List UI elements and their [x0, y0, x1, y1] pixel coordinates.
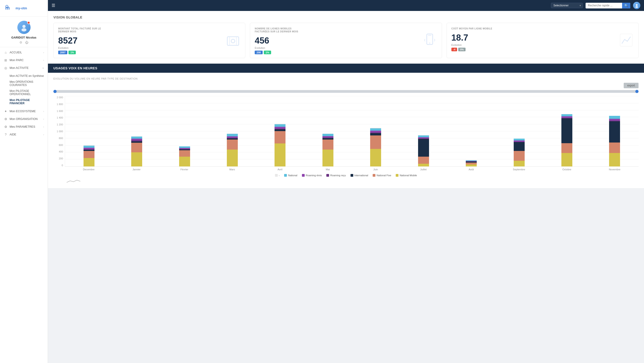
chart-slider[interactable]	[54, 90, 638, 93]
nav: ⌂ ACCUEIL › ⊞ Mon PARC › ◎ Mon ACTIVITE …	[0, 47, 48, 363]
kpi-value-lignes: 456	[255, 36, 437, 46]
sidebar-item-operations[interactable]: Mes OPERATIONS COURANTES	[10, 79, 48, 88]
sidebar-item-parametres[interactable]: ⚙ Mes PARAMETRES ›	[0, 123, 48, 131]
bar-segment-nat_fixe	[179, 150, 190, 157]
menu-icon[interactable]: ☰	[52, 3, 55, 8]
chevron-down-icon: ∨	[42, 67, 44, 69]
topbar-select[interactable]: Selectionner	[551, 3, 583, 8]
legend-label: Roaming émis	[306, 174, 322, 177]
stacked-bar-mars	[227, 96, 238, 166]
circle-icon: ◎	[4, 66, 8, 70]
export-button[interactable]: export	[624, 83, 638, 88]
param-icon: ⚙	[4, 125, 8, 129]
bar-segment-nat_fixe	[274, 131, 286, 143]
bar-segment-nat_mobile	[274, 143, 286, 166]
kpi-badges-montant: 2897 1%	[58, 51, 240, 54]
y-label-600: 600	[54, 144, 63, 146]
y-label-1000: 1 000	[54, 130, 63, 133]
bars-row	[65, 96, 638, 167]
y-label-1600: 1 600	[54, 110, 63, 112]
bar-segment-international	[418, 139, 429, 157]
y-axis: 0 200 400 600 800 1 000 1 200 1 400 1 60…	[54, 96, 65, 167]
bar-segment-nat_mobile	[562, 153, 572, 166]
sidebar-item-activite-synthese[interactable]: Mon ACTIVITE en Synthèse	[10, 73, 48, 79]
y-label-0: 0	[54, 164, 63, 167]
stacked-bar-decembre	[84, 96, 94, 166]
money-icon	[225, 32, 241, 49]
bar-group-mars	[208, 96, 256, 166]
legend-dot	[275, 174, 278, 177]
bar-segment-roaming_emis	[131, 139, 142, 140]
badge-cout-2: 0%	[458, 48, 466, 51]
sidebar-item-parc[interactable]: ⊞ Mon PARC ›	[0, 56, 48, 64]
stacked-bar-avril	[274, 96, 286, 166]
sidebar: m my-otm GARIDOT Nicolas ⚙ ⏻ ⌂	[0, 0, 48, 363]
bar-segment-nat_mobile	[514, 161, 525, 166]
bar-segment-national	[418, 135, 429, 137]
bar-group-août	[447, 96, 495, 166]
chart-toolbar: export	[54, 83, 638, 88]
sidebar-logo: m my-otm	[0, 0, 48, 17]
bar-segment-national	[274, 124, 286, 127]
topbar-avatar[interactable]	[633, 2, 640, 9]
svg-point-11	[429, 42, 430, 44]
stacked-bar-septembre	[514, 96, 525, 166]
bar-group-juillet	[400, 96, 447, 166]
stacked-bar-février	[179, 96, 190, 166]
search-input[interactable]	[586, 3, 622, 8]
svg-rect-6	[227, 37, 239, 45]
power-icon[interactable]: ⏻	[25, 40, 28, 44]
search-button[interactable]: 🔍	[622, 3, 630, 8]
kpi-value-cout: 18.7	[452, 33, 634, 43]
sidebar-item-pilotage-fin[interactable]: Mon PILOTAGE FINANCIER	[10, 97, 48, 106]
x-label-février: Février	[160, 168, 208, 171]
x-label-decembre: Decembre	[65, 168, 113, 171]
avatar-wrap	[17, 21, 30, 34]
sidebar-item-pilotage-op[interactable]: Mon PILOTAGE OPERATIONNEL	[10, 88, 48, 97]
chevron-icon: ›	[43, 59, 44, 61]
help-icon: ?	[4, 133, 8, 136]
slider-thumb-right[interactable]	[635, 90, 638, 93]
kpi-value-montant: 8527	[58, 36, 240, 46]
chevron-icon: ›	[43, 118, 44, 120]
logo-icon: m	[4, 3, 14, 13]
sidebar-item-accueil[interactable]: ⌂ ACCUEIL ›	[0, 48, 48, 56]
logo-text: my-otm	[16, 6, 27, 10]
username: GARIDOT Nicolas	[12, 36, 36, 39]
legend-item-national-fixe: National Fixe	[373, 174, 391, 177]
kpi-evolution-lignes: Evolution	[255, 46, 437, 49]
bar-segment-roaming_emis	[274, 127, 286, 129]
grid-icon: ⊞	[4, 58, 8, 62]
select-wrapper: Selectionner	[551, 3, 583, 8]
sidebar-item-activite[interactable]: ◎ Mon ACTIVITE ∨	[0, 64, 48, 72]
bar-segment-roaming_emis	[370, 131, 381, 132]
chevron-icon: ›	[43, 110, 44, 113]
slider-thumb-left[interactable]	[54, 90, 56, 93]
bar-segment-nat_fixe	[562, 143, 572, 153]
bar-segment-roaming_emis	[227, 136, 238, 138]
bar-segment-roaming_emis	[562, 116, 572, 118]
bar-group-avril	[256, 96, 304, 166]
bar-segment-nat_fixe	[227, 140, 238, 149]
legend-label: Roaming reçu	[330, 174, 346, 177]
x-label-avril: Avril	[256, 168, 304, 171]
stacked-bar-novembre	[609, 96, 620, 166]
sidebar-item-organisation[interactable]: ⚙ Mon ORGANISATION ›	[0, 115, 48, 123]
sidebar-item-ecosysteme[interactable]: ✦ Mon ECOSYSTEME ›	[0, 107, 48, 115]
sidebar-item-aide[interactable]: ? AIDE ›	[0, 131, 48, 138]
bar-segment-national	[370, 128, 381, 131]
legend-label: -	[279, 174, 280, 177]
bar-segment-nat_mobile	[179, 157, 190, 166]
bar-segment-nat_mobile	[609, 153, 620, 166]
legend-item-roaming-émis: Roaming émis	[302, 174, 322, 177]
settings-icon[interactable]: ⚙	[20, 40, 22, 44]
notification-dot	[27, 21, 30, 24]
org-icon: ⚙	[4, 117, 8, 121]
y-label-200: 200	[54, 157, 63, 160]
chart-section: EVOLUTION DU VOLUME EN HEURE PAR TYPE DE…	[48, 73, 644, 188]
bar-segment-international	[562, 118, 572, 143]
home-icon: ⌂	[4, 51, 8, 54]
chevron-icon: ›	[43, 51, 44, 54]
svg-point-5	[635, 6, 638, 8]
bar-segment-nat_fixe	[514, 151, 525, 161]
